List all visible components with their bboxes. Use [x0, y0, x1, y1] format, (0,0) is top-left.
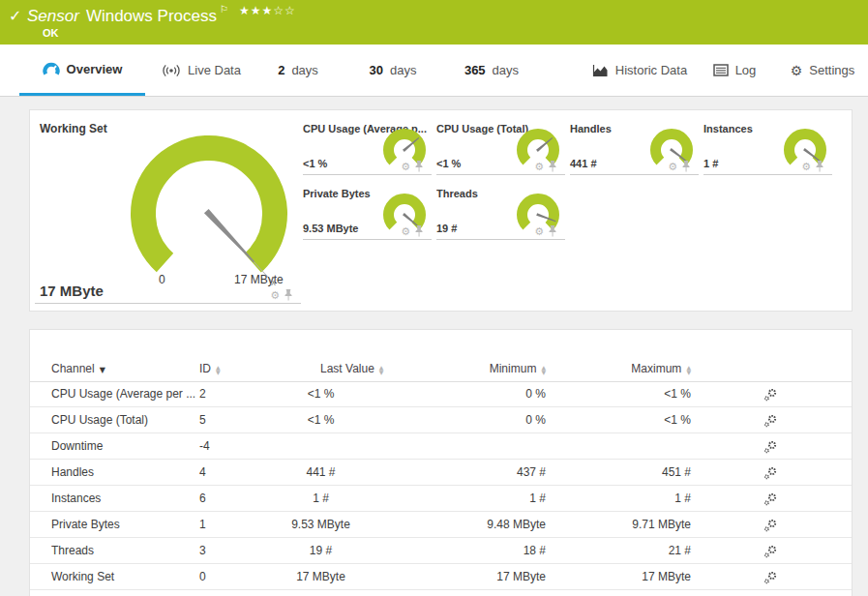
channel-settings-icon[interactable] — [763, 545, 777, 558]
table-row-working-set[interactable]: Working Set 0 17 MByte 17 MByte 17 MByte — [30, 564, 852, 590]
gauge-cell-cpu-total[interactable]: CPU Usage (Total) <1 % ⚙ — [436, 115, 565, 175]
object-type-label: Sensor — [27, 7, 79, 25]
table-row-cpu-total[interactable]: CPU Usage (Total) 5 <1 % 0 % <1 % — [30, 407, 852, 433]
column-header-minimum[interactable]: Minimum▲▼ — [388, 357, 546, 381]
channel-id: 0 — [199, 564, 255, 590]
last-value: <1 % — [255, 407, 386, 433]
gauge-cell-instances[interactable]: Instances 1 # ⚙ — [703, 115, 832, 175]
channel-name: Downtime — [51, 433, 196, 460]
tab-label: Overview — [67, 62, 123, 76]
tab-live-data[interactable]: Live Data — [153, 45, 250, 96]
table-row-threads[interactable]: Threads 3 19 # 18 # 21 # — [30, 538, 852, 564]
tab-overview[interactable]: Overview — [19, 45, 145, 96]
gauge-cell-handles[interactable]: Handles 441 # ⚙ — [570, 115, 699, 175]
stars-filled: ★★★ — [239, 4, 273, 17]
tab-day-count: 365 — [464, 63, 486, 77]
tab-365-days[interactable]: 365 days — [453, 45, 530, 96]
table-row-instances[interactable]: Instances 6 1 # 1 # 1 # — [30, 486, 852, 512]
table-row-handles[interactable]: Handles 4 441 # 437 # 451 # — [30, 460, 852, 486]
tab-day-count: 2 — [278, 63, 284, 77]
pin-icon[interactable] — [548, 161, 557, 172]
minimum-value: 9.48 MByte — [388, 512, 546, 538]
channel-settings-icon[interactable] — [763, 571, 777, 584]
channels-table-panel: Channel▼ ID▲▼ Last Value▲▼ Minimum▲▼ Max… — [29, 329, 853, 596]
pin-icon[interactable] — [681, 161, 691, 172]
channel-settings-icon[interactable] — [763, 519, 777, 532]
gauge-cell-cpu-average[interactable]: CPU Usage (Average p... <1 % ⚙ — [303, 115, 432, 175]
column-header-id[interactable]: ID▲▼ — [199, 357, 255, 381]
maximum-value: 1 # — [548, 486, 691, 512]
priority-stars[interactable]: ★★★☆☆ — [239, 4, 296, 17]
gauge-cell-working-set[interactable]: Working Set 0 17 MByte x̄ 17 MByte ⚙ — [35, 110, 301, 304]
last-value: 1 # — [255, 486, 386, 512]
stars-empty: ☆☆ — [273, 4, 296, 17]
live-data-icon — [162, 64, 181, 77]
channel-id: 2 — [199, 381, 255, 407]
minimum-value: 437 # — [388, 460, 546, 486]
tab-bar: Overview Live Data 2 days 30 days 365 da… — [0, 45, 868, 97]
minimum-value — [388, 433, 546, 460]
last-value: 19 # — [255, 538, 386, 564]
tab-log[interactable]: Log — [703, 45, 766, 96]
pin-icon[interactable] — [284, 289, 293, 301]
sensor-header: ✓ SensorWindows Process⚐ ★★★☆☆ OK — [0, 0, 868, 45]
channel-settings-icon[interactable] — [763, 440, 777, 454]
table-row-private-bytes[interactable]: Private Bytes 1 9.53 MByte 9.48 MByte 9.… — [30, 512, 852, 538]
channel-settings-icon[interactable] — [763, 492, 777, 506]
gauge-settings-gear-icon[interactable]: ⚙ — [534, 226, 544, 237]
gear-icon: ⚙ — [791, 63, 803, 78]
last-value — [255, 433, 386, 460]
gauge-title: Handles — [570, 123, 612, 134]
tab-label: Log — [735, 63, 757, 77]
channel-settings-icon[interactable] — [763, 466, 777, 480]
column-header-channel[interactable]: Channel▼ — [51, 357, 196, 381]
table-row-cpu-average[interactable]: CPU Usage (Average per ... 2 <1 % 0 % <1… — [30, 381, 852, 407]
gauge-value: <1 % — [303, 158, 327, 169]
gauge-settings-gear-icon[interactable]: ⚙ — [534, 162, 544, 172]
area-chart-icon — [592, 64, 609, 77]
gauge-settings-gear-icon[interactable]: ⚙ — [401, 226, 410, 237]
gauge-settings-gear-icon[interactable]: ⚙ — [270, 290, 280, 301]
channel-id: -4 — [199, 433, 255, 460]
gauge-settings-gear-icon[interactable]: ⚙ — [401, 162, 410, 172]
flag-icon[interactable]: ⚐ — [220, 4, 228, 15]
tab-label: Settings — [809, 63, 854, 77]
tab-30-days[interactable]: 30 days — [358, 45, 428, 96]
table-row-downtime[interactable]: Downtime -4 — [30, 433, 852, 460]
pin-icon[interactable] — [548, 225, 557, 237]
channel-id: 4 — [199, 460, 255, 486]
tab-settings[interactable]: ⚙ Settings — [780, 45, 865, 96]
maximum-value — [548, 433, 691, 460]
maximum-value: 9.71 MByte — [548, 512, 691, 538]
sensor-name: Windows Process — [86, 7, 217, 25]
channel-settings-icon[interactable] — [763, 414, 777, 428]
tab-historic-data[interactable]: Historic Data — [583, 45, 697, 96]
gauge-settings-gear-icon[interactable]: ⚙ — [668, 162, 677, 172]
sort-icon: ▲▼ — [686, 365, 691, 374]
maximum-value: 21 # — [548, 538, 691, 564]
column-header-maximum[interactable]: Maximum▲▼ — [548, 357, 691, 381]
channel-name: CPU Usage (Total) — [51, 407, 196, 433]
gauge-title: Threads — [436, 188, 478, 199]
sort-icon: ▲▼ — [541, 365, 546, 374]
tab-2-days[interactable]: 2 days — [267, 45, 329, 96]
gauge-scale-max: 17 MByte — [234, 273, 284, 286]
gauge-cell-threads[interactable]: Threads 19 # ⚙ — [436, 180, 565, 240]
pin-icon[interactable] — [414, 225, 424, 237]
tab-label: days — [291, 63, 317, 77]
pin-icon[interactable] — [414, 161, 424, 172]
gauge-value: 17 MByte — [40, 283, 104, 299]
gauge-value: 19 # — [436, 223, 457, 234]
sort-icon: ▲▼ — [216, 365, 221, 374]
channel-settings-icon[interactable] — [763, 388, 777, 402]
gauge-cell-private-bytes[interactable]: Private Bytes 9.53 MByte ⚙ — [303, 180, 432, 240]
gauge-title: Private Bytes — [303, 188, 371, 199]
channel-id: 5 — [199, 407, 255, 433]
last-value: 441 # — [255, 460, 386, 486]
tab-label: days — [493, 63, 519, 77]
channel-name: CPU Usage (Average per ... — [51, 381, 196, 407]
pin-icon[interactable] — [815, 161, 824, 172]
gauge-value: 9.53 MByte — [303, 223, 358, 234]
channel-name: Instances — [51, 486, 196, 512]
gauge-settings-gear-icon[interactable]: ⚙ — [801, 162, 811, 172]
